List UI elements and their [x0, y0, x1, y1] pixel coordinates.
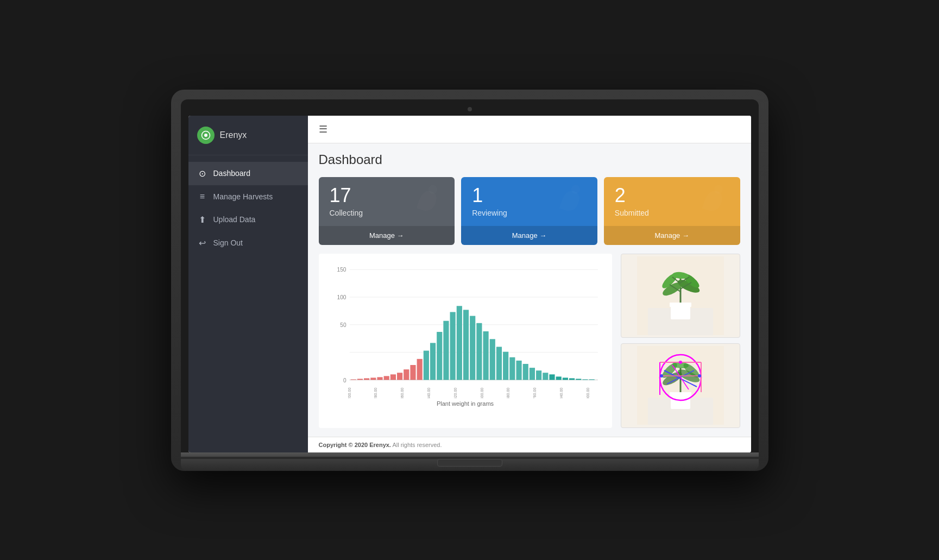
logo-icon [197, 127, 215, 144]
svg-rect-43 [543, 373, 548, 380]
sidebar-label-manage-harvests: Manage Harvests [213, 192, 273, 201]
laptop-hinge [181, 452, 759, 457]
stats-cards-row: 17 Collecting Manage → [308, 173, 751, 254]
svg-rect-26 [430, 343, 435, 380]
footer-copyright: Copyright © 2020 Erenyx. [319, 442, 391, 448]
svg-rect-45 [556, 376, 561, 380]
svg-rect-40 [522, 363, 528, 379]
svg-point-2 [428, 185, 437, 193]
collecting-card-body: 17 Collecting [319, 177, 455, 226]
svg-rect-21 [397, 373, 402, 380]
svg-text:600.00: 600.00 [480, 387, 484, 398]
svg-text:100: 100 [337, 294, 346, 300]
sidebar-label-upload-data: Upload Data [213, 215, 256, 224]
dashboard-icon: ⊙ [197, 168, 208, 179]
sidebar-item-upload-data[interactable]: ⬆ Upload Data [188, 208, 308, 231]
svg-rect-49 [582, 379, 588, 380]
svg-text:440.00: 440.00 [426, 387, 431, 398]
svg-point-3 [571, 185, 580, 193]
svg-rect-27 [437, 332, 442, 380]
svg-rect-32 [470, 316, 475, 380]
svg-text:680.00: 680.00 [506, 387, 511, 398]
svg-point-4 [714, 185, 723, 193]
svg-rect-34 [483, 331, 488, 380]
svg-rect-22 [404, 369, 409, 380]
svg-text:150: 150 [337, 267, 346, 273]
svg-rect-17 [370, 377, 376, 380]
plain-plant-svg [637, 256, 724, 335]
sidebar: Erenyx ⊙ Dashboard ≡ Manage Harvests ⬆ U… [188, 116, 308, 452]
histogram-chart: 150 100 50 0 [327, 262, 603, 398]
reviewing-card[interactable]: 1 Reviewing Manage → [461, 177, 597, 245]
upload-data-icon: ⬆ [197, 215, 208, 225]
svg-point-93 [679, 361, 682, 364]
submitted-card-body: 2 Submitted [604, 177, 740, 226]
svg-point-95 [698, 374, 701, 377]
svg-rect-39 [516, 360, 521, 380]
laptop-base [181, 459, 759, 471]
submitted-card[interactable]: 2 Submitted Manage → [604, 177, 740, 245]
collecting-manage-btn[interactable]: Manage → [319, 226, 455, 245]
svg-text:0: 0 [343, 377, 346, 383]
menu-toggle-button[interactable]: ☰ [319, 123, 327, 135]
plant-image-annotated [621, 343, 740, 428]
sidebar-label-dashboard: Dashboard [213, 169, 251, 178]
svg-text:360.00: 360.00 [400, 387, 405, 398]
screen: Erenyx ⊙ Dashboard ≡ Manage Harvests ⬆ U… [188, 116, 751, 452]
main-content: ☰ Dashboard 17 Collecting [308, 116, 751, 452]
top-bar: ☰ [308, 116, 751, 143]
reviewing-manage-btn[interactable]: Manage → [461, 226, 597, 245]
svg-rect-48 [576, 379, 581, 380]
svg-rect-37 [503, 351, 508, 380]
svg-rect-33 [476, 323, 482, 380]
plant-image-plain [621, 254, 740, 338]
svg-rect-19 [383, 376, 389, 380]
svg-text:200.00: 200.00 [347, 387, 351, 398]
chart-container: 150 100 50 0 [319, 254, 612, 428]
svg-rect-50 [589, 379, 594, 380]
svg-rect-64 [670, 303, 691, 307]
svg-text:520.00: 520.00 [453, 387, 457, 398]
submitted-manage-btn[interactable]: Manage → [604, 226, 740, 245]
bottom-section: 150 100 50 0 [308, 254, 751, 437]
chart-x-axis-label: Plant weight in grams [327, 400, 603, 407]
svg-rect-20 [390, 374, 395, 380]
sidebar-logo: Erenyx [188, 116, 308, 155]
svg-rect-42 [536, 370, 541, 380]
svg-text:760.00: 760.00 [533, 387, 537, 398]
sidebar-item-dashboard[interactable]: ⊙ Dashboard [188, 162, 308, 185]
svg-rect-24 [417, 358, 422, 380]
svg-rect-30 [456, 306, 462, 380]
svg-text:840.00: 840.00 [559, 387, 563, 398]
svg-text:900.00: 900.00 [585, 387, 590, 398]
collecting-bg-icon [406, 177, 449, 226]
svg-rect-29 [450, 312, 455, 380]
svg-rect-41 [529, 368, 534, 380]
trackpad[interactable] [437, 459, 502, 467]
svg-rect-47 [569, 378, 575, 380]
sign-out-icon: ↩ [197, 238, 208, 248]
svg-rect-31 [463, 310, 468, 380]
chart-svg: 150 100 50 0 [327, 262, 603, 398]
sidebar-item-manage-harvests[interactable]: ≡ Manage Harvests [188, 185, 308, 208]
svg-rect-15 [357, 379, 362, 380]
svg-text:280.00: 280.00 [374, 387, 378, 398]
collecting-card[interactable]: 17 Collecting Manage → [319, 177, 455, 245]
laptop-frame: Erenyx ⊙ Dashboard ≡ Manage Harvests ⬆ U… [171, 90, 768, 471]
page-title: Dashboard [308, 143, 751, 173]
manage-harvests-icon: ≡ [197, 192, 208, 202]
svg-rect-78 [670, 392, 691, 397]
svg-point-1 [204, 134, 207, 137]
app-name: Erenyx [220, 130, 247, 140]
svg-rect-38 [509, 357, 515, 380]
sidebar-label-sign-out: Sign Out [213, 238, 243, 247]
reviewing-card-body: 1 Reviewing [461, 177, 597, 226]
sidebar-item-sign-out[interactable]: ↩ Sign Out [188, 231, 308, 255]
submitted-bg-icon [691, 177, 735, 226]
footer-rights: All rights reserved. [392, 442, 442, 448]
svg-rect-44 [549, 374, 554, 380]
svg-rect-16 [364, 378, 369, 380]
svg-rect-14 [350, 379, 356, 380]
footer: Copyright © 2020 Erenyx. All rights rese… [308, 437, 751, 452]
annotated-plant-svg [637, 346, 724, 425]
